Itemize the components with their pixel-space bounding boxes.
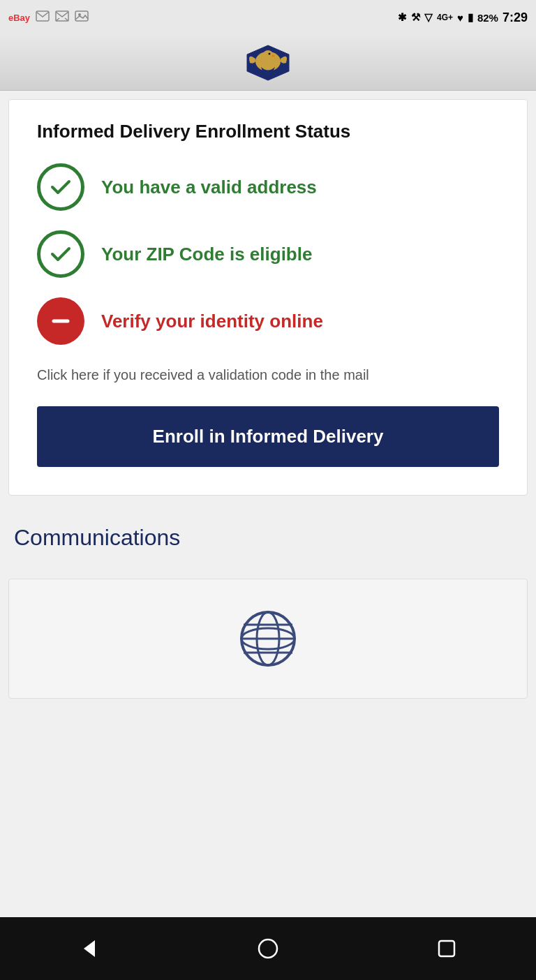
globe-icon [237,607,299,670]
time-display: 7:29 [502,10,528,25]
svg-point-19 [259,940,277,958]
gmail-icon [36,10,50,24]
valid-address-text: You have a valid address [101,177,317,198]
valid-address-check-icon [37,163,84,211]
card-title: Informed Delivery Enrollment Status [37,121,499,142]
svg-rect-0 [36,11,49,21]
status-item-valid-address: You have a valid address [37,163,499,211]
svg-marker-18 [84,940,95,957]
bluetooth-icon: ✱ [398,11,407,24]
enroll-button[interactable]: Enroll in Informed Delivery [37,406,499,467]
svg-point-8 [263,50,273,59]
status-bar-left-icons: eBay [8,10,89,24]
usps-logo [240,42,296,84]
status-bar: eBay ✱ ⚒ ▽ 4G+ ♥ [0,0,536,35]
verify-identity-text: Verify your identity online [101,311,323,332]
verify-identity-minus-icon [37,297,84,345]
signal-strength: 4G+ [437,13,453,22]
communications-title: Communications [14,525,522,551]
back-icon [78,937,100,960]
back-button[interactable] [68,928,110,970]
signal-bars: ♥ [457,12,463,24]
main-content: Informed Delivery Enrollment Status You … [0,99,536,762]
home-icon [257,937,279,960]
recents-icon [436,937,458,960]
globe-icon-container [237,607,299,670]
usps-logo-svg [240,42,296,84]
communications-section: Communications [0,504,536,579]
alarm-icon: ⚒ [411,11,420,24]
bottom-navigation [0,917,536,980]
zip-eligible-check-icon [37,230,84,278]
wifi-icon: ▽ [424,11,433,24]
validation-code-link[interactable]: Click here if you received a validation … [37,364,499,385]
app-header [0,35,536,91]
enrollment-status-card: Informed Delivery Enrollment Status You … [8,99,528,496]
zip-eligible-text: Your ZIP Code is eligible [101,244,312,265]
home-button[interactable] [247,928,289,970]
communications-card [8,579,528,699]
battery-icon: ▮ [468,11,473,24]
battery-percent: 82% [477,12,498,24]
svg-rect-20 [439,941,454,956]
recents-button[interactable] [426,928,468,970]
status-item-verify-identity: Verify your identity online [37,297,499,345]
ebay-icon: eBay [8,13,30,23]
status-item-zip-eligible: Your ZIP Code is eligible [37,230,499,278]
mail-icon [55,10,69,24]
svg-point-10 [269,52,271,54]
status-bar-right: ✱ ⚒ ▽ 4G+ ♥ ▮ 82% 7:29 [398,10,528,25]
image-icon [75,10,89,24]
